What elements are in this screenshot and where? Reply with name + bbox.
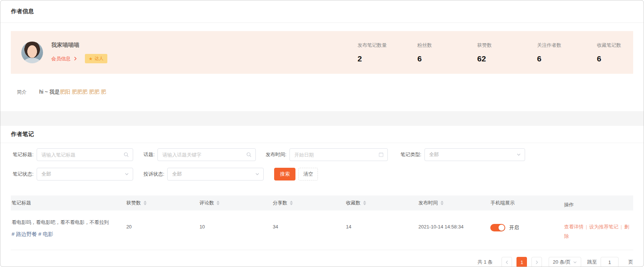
note-type-label: 笔记类型: [401,151,421,158]
pagination: 共 1 条 1 20 条/页 跳至 页 [11,257,633,267]
filter-publish-time: 发布时间: [266,148,388,161]
comments-cell: 10 [199,219,273,230]
sort-icon[interactable] [290,201,293,205]
note-title-input[interactable] [37,149,133,161]
date-picker-box [289,148,388,161]
note-status-label: 笔记状态: [13,171,34,178]
page-size-value: 20 条/页 [553,259,571,266]
chevron-down-icon [125,172,129,176]
member-info-label: 会员信息 [51,55,71,62]
jump-suffix-label: 页 [628,259,633,266]
prev-page-button[interactable] [502,257,512,267]
notes-table: 笔记标题 获赞数 评论数 分享数 收藏数 发布时间 手机端展示 操作 看电影吗，… [11,195,633,250]
stat-value: 6 [597,54,644,63]
author-intro: 简介 hi ~ 我是肥阳 肥肥肥 肥肥 肥 [0,89,644,95]
header-publish-time: 发布时间 [418,200,491,206]
header-likes: 获赞数 [126,200,200,206]
author-links: 会员信息 ★ 达人 [51,54,107,63]
filter-row-1: 笔记标题: 话题: 发布时间: [13,148,633,161]
member-info-link[interactable]: 会员信息 [51,55,77,62]
calendar-icon [378,152,384,157]
page-size-select[interactable]: 20 条/页 [549,257,581,267]
topic-input[interactable] [158,149,255,161]
author-avatar [21,42,43,63]
author-info-title: 作者信息 [11,8,34,15]
action-separator: | [586,224,587,230]
author-notes-header: 作者笔记 [0,126,644,143]
filter-note-type: 笔记类型: 全部 [401,148,525,161]
toggle-state-label: 开启 [509,224,519,231]
view-detail-link[interactable]: 查看详情 [564,224,583,230]
actions-cell: 查看详情|设为推荐笔记|删除 [564,219,633,241]
talent-badge-label: 达人 [95,55,104,62]
stat-fans: 粉丝数 6 [417,42,477,63]
note-type-select[interactable]: 全部 [424,148,525,161]
chevron-down-icon [516,152,521,157]
author-notes-title: 作者笔记 [11,131,34,138]
complaint-status-select[interactable]: 全部 [167,168,264,180]
complaint-status-value: 全部 [172,171,182,178]
mobile-display-cell: 开启 [490,219,564,231]
toggle-wrap: 开启 [490,224,560,231]
favorites-cell: 14 [346,219,418,230]
chevron-right-icon [73,57,77,61]
header-label: 分享数 [273,200,287,206]
note-tags-link[interactable]: # 路边野餐 # 电影 [12,230,123,238]
filter-topic: 话题: [144,148,256,161]
action-separator: | [621,224,622,230]
filter-complaint-status: 投诉状态: 全部 [144,168,264,180]
next-page-button[interactable] [531,257,542,267]
header-actions: 操作 [564,197,633,210]
header-favorites: 收藏数 [346,200,418,206]
search-icon [246,152,252,158]
search-button[interactable]: 搜索 [274,168,295,180]
notes-filters: 笔记标题: 话题: 发布时间: [0,143,644,180]
stat-likes: 获赞数 62 [477,42,537,63]
note-status-select[interactable]: 全部 [37,168,133,180]
note-title-label: 笔记标题: [13,151,34,158]
set-recommended-link[interactable]: 设为推荐笔记 [589,224,619,230]
stat-favorited-notes: 收藏笔记数 6 [597,42,644,63]
sort-icon[interactable] [144,201,147,205]
header-label: 评论数 [199,200,214,206]
stat-label: 关注作者数 [537,42,597,49]
author-info-header: 作者信息 [0,0,644,23]
header-label: 获赞数 [126,200,141,206]
topic-input-box [157,148,256,161]
page-number-button[interactable]: 1 [516,257,527,267]
stat-label: 粉丝数 [417,42,477,49]
intro-text-prefix: hi ~ 我是 [39,89,60,95]
sort-icon[interactable] [363,201,366,205]
header-comments: 评论数 [199,200,273,206]
header-label: 发布时间 [418,200,438,206]
mobile-display-toggle[interactable] [490,224,505,231]
header-shares: 分享数 [273,200,346,206]
jump-page-input[interactable] [601,257,619,267]
start-date-input[interactable] [290,149,387,161]
note-type-value: 全部 [429,151,439,158]
header-label: 收藏数 [346,200,361,206]
intro-text: hi ~ 我是肥阳 肥肥肥 肥肥 肥 [39,89,106,95]
header-label: 操作 [564,200,574,210]
author-name: 我家喵喵喵 [51,42,107,49]
chevron-right-icon [535,260,539,264]
header-mobile-display: 手机端展示 [490,200,564,206]
publish-time-label: 发布时间: [266,151,286,158]
sort-icon[interactable] [441,201,444,205]
stat-label: 获赞数 [477,42,537,49]
section-divider-band [0,111,644,126]
note-title-text: 看电影吗，看电影吧，看不看电影，不看拉到 [12,219,123,226]
note-title-input-box [37,148,133,161]
filter-note-title: 笔记标题: [13,148,133,161]
filter-row-2: 笔记状态: 全部 投诉状态: 全部 搜索 清空 [13,168,633,180]
header-label: 笔记标题 [12,200,31,206]
publish-time-cell: 2021-10-14 14:58:34 [418,219,491,230]
likes-cell: 20 [126,219,200,230]
stat-followed-authors: 关注作者数 6 [537,42,597,63]
author-detail-page: 作者信息 我家喵喵喵 会员信息 ★ 达人 发布笔记数量 2 粉 [0,0,644,267]
header-label: 手机端展示 [490,200,515,206]
clear-button[interactable]: 清空 [298,168,318,180]
sort-icon[interactable] [217,201,220,205]
stat-label: 发布笔记数量 [358,42,417,49]
pagination-total: 共 1 条 [478,259,493,266]
